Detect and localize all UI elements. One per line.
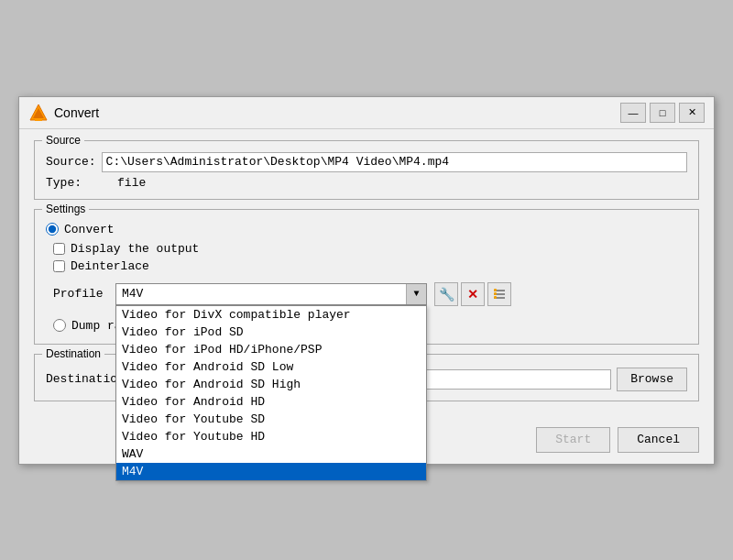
close-button[interactable]: ✕ — [679, 103, 705, 123]
list-icon — [493, 288, 506, 301]
settings-group: Settings Convert Display the output Dein… — [34, 209, 699, 345]
settings-group-label: Settings — [42, 203, 89, 215]
svg-rect-7 — [494, 292, 497, 295]
profile-tools: 🔧 ✕ — [434, 282, 511, 306]
list-item[interactable]: Video for Youtube SD — [116, 411, 426, 428]
content-area: Source Source: Type: file Settings Conve… — [19, 129, 714, 422]
profile-list-button[interactable] — [487, 282, 511, 306]
title-controls: — □ ✕ — [620, 103, 705, 123]
list-item[interactable]: WAV — [116, 445, 426, 463]
type-row: Type: file — [46, 176, 687, 190]
list-item[interactable]: Video for DivX compatible player — [116, 306, 426, 324]
source-row: Source: — [46, 152, 687, 172]
minimize-button[interactable]: — — [620, 103, 646, 123]
convert-radio-label: Convert — [64, 223, 115, 236]
list-item[interactable]: Video for Youtube HD — [116, 428, 426, 445]
start-button[interactable]: Start — [536, 427, 610, 453]
type-value: file — [117, 176, 146, 190]
profile-wrench-button[interactable]: 🔧 — [434, 282, 458, 306]
convert-radio-row: Convert — [46, 223, 687, 236]
source-field-label: Source: — [46, 155, 96, 169]
list-item[interactable]: M4V — [116, 463, 426, 480]
convert-window: Convert — □ ✕ Source Source: Type: file … — [18, 96, 715, 465]
svg-rect-6 — [494, 289, 497, 291]
dropdown-arrow-icon: ▼ — [406, 284, 426, 304]
profile-delete-button[interactable]: ✕ — [461, 282, 485, 306]
display-output-checkbox[interactable] — [53, 243, 65, 255]
deinterlace-row: Deinterlace — [53, 259, 687, 273]
type-label: Type: — [46, 176, 82, 190]
convert-radio[interactable] — [46, 223, 59, 236]
svg-rect-2 — [35, 118, 42, 121]
destination-group-label: Destination — [42, 347, 104, 360]
list-item[interactable]: Video for Android HD — [116, 393, 426, 411]
list-item[interactable]: Video for Android SD High — [116, 376, 426, 393]
list-item[interactable]: Video for iPod HD/iPhone/PSP — [116, 341, 426, 358]
profile-selected-value: M4V — [122, 287, 143, 301]
list-item[interactable]: Video for iPod SD — [116, 324, 426, 341]
profile-dropdown-list: Video for DivX compatible playerVideo fo… — [115, 305, 427, 481]
profile-select[interactable]: M4V ▼ — [115, 283, 427, 305]
vlc-icon — [28, 103, 49, 123]
display-output-label: Display the output — [71, 242, 199, 256]
display-output-row: Display the output — [53, 242, 687, 256]
profile-select-wrapper: M4V ▼ Video for DivX compatible playerVi… — [115, 283, 427, 305]
source-group: Source Source: Type: file — [34, 140, 699, 200]
title-bar: Convert — □ ✕ — [19, 97, 714, 129]
browse-button[interactable]: Browse — [617, 368, 687, 391]
arrow-glyph: ▼ — [413, 289, 419, 299]
deinterlace-label: Deinterlace — [71, 259, 149, 273]
list-item[interactable]: Video for Android SD Low — [116, 358, 426, 376]
source-group-label: Source — [42, 134, 84, 147]
dump-raw-radio[interactable] — [53, 319, 66, 332]
cancel-button[interactable]: Cancel — [618, 427, 699, 453]
title-left: Convert — [28, 103, 99, 123]
maximize-button[interactable]: □ — [650, 103, 675, 123]
dropdown-list-inner[interactable]: Video for DivX compatible playerVideo fo… — [116, 306, 426, 480]
profile-label: Profile — [53, 287, 108, 301]
deinterlace-checkbox[interactable] — [53, 260, 65, 272]
window-title: Convert — [54, 105, 99, 120]
svg-rect-8 — [494, 296, 497, 299]
profile-row: Profile M4V ▼ Video for DivX compatible … — [53, 282, 687, 306]
source-input[interactable] — [102, 152, 687, 172]
